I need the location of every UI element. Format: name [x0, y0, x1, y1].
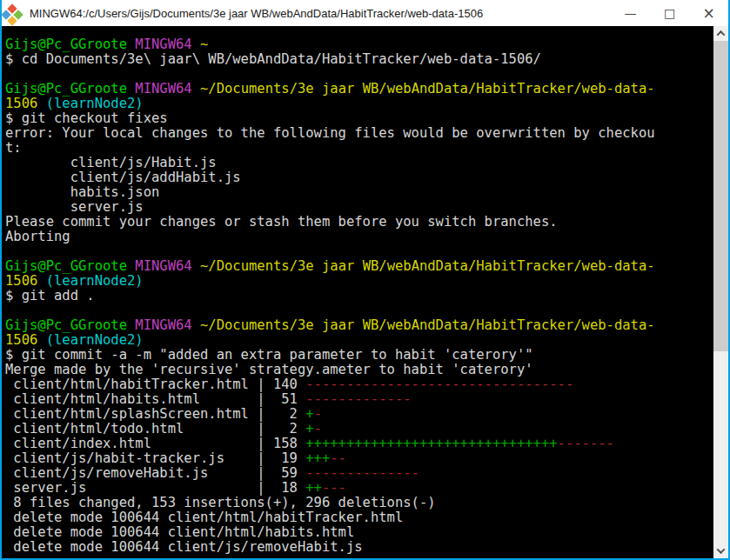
terminal-line: client/html/todo.html | 2 +- [5, 422, 713, 437]
terminal-window: MINGW64:/c/Users/Gijs/Documents/3e jaar … [0, 0, 730, 560]
chevron-up-icon [717, 30, 726, 39]
window-title: MINGW64:/c/Users/Gijs/Documents/3e jaar … [30, 7, 611, 20]
terminal-line: $ git checkout fixes [5, 111, 713, 126]
scroll-up-button[interactable] [713, 26, 728, 41]
terminal-line: delete mode 100644 client/js/removeHabit… [5, 540, 713, 555]
terminal-line [5, 303, 713, 318]
terminal-line [5, 244, 713, 259]
terminal-line: server.js | 18 ++--- [5, 481, 713, 496]
window-controls: — □ × [611, 0, 728, 26]
terminal-line: 1506 (learnNode2) [5, 333, 713, 348]
terminal-line: $ git commit -a -m "added an extra param… [5, 348, 713, 363]
terminal-line: client/html/splashScreen.html | 2 +- [5, 407, 713, 422]
terminal-line: Merge made by the 'recursive' strategy.a… [5, 363, 713, 377]
terminal-line: Gijs@Pc_GGroote MINGW64 ~ [5, 37, 713, 52]
terminal-line: $ git add . [5, 289, 713, 303]
terminal-line: client/index.html | 158 ++++++++++++++++… [5, 437, 713, 451]
terminal-output[interactable]: Gijs@Pc_GGroote MINGW64 ~$ cd Documents/… [2, 26, 713, 558]
terminal-line: server.js [5, 200, 713, 215]
scrollbar-thumb[interactable] [713, 41, 728, 351]
terminal-line: Please commit your changes or stash them… [5, 215, 713, 230]
terminal-line: client/html/habitTracker.html | 140 ----… [5, 377, 713, 392]
titlebar[interactable]: MINGW64:/c/Users/Gijs/Documents/3e jaar … [2, 0, 728, 26]
scrollbar[interactable] [713, 26, 728, 558]
terminal-line: Gijs@Pc_GGroote MINGW64 ~/Documents/3e j… [5, 318, 713, 333]
terminal-line: 1506 (learnNode2) [5, 274, 713, 289]
terminal-line [5, 67, 713, 82]
terminal-line: client/js/habit-tracker.js | 19 +++-- [5, 451, 713, 466]
terminal-line: t: [5, 141, 713, 156]
maximize-button[interactable]: □ [650, 0, 689, 26]
terminal-line: error: Your local changes to the followi… [5, 126, 713, 141]
terminal-line: client/js/addHabit.js [5, 170, 713, 185]
git-bash-app-icon [6, 4, 23, 22]
terminal-line: client/js/removeHabit.js | 59 ----------… [5, 466, 713, 481]
minimize-button[interactable]: — [611, 0, 650, 26]
scrollbar-track[interactable] [713, 41, 728, 543]
terminal-line: delete mode 100644 client/html/habits.ht… [5, 525, 713, 540]
terminal-line: 8 files changed, 153 insertions(+), 296 … [5, 496, 713, 510]
terminal-line: 1506 (learnNode2) [5, 97, 713, 111]
terminal-line: Gijs@Pc_GGroote MINGW64 ~/Documents/3e j… [5, 259, 713, 274]
terminal-line: habits.json [5, 185, 713, 200]
scroll-down-button[interactable] [713, 543, 728, 558]
chevron-down-icon [717, 545, 726, 554]
terminal-line: delete mode 100644 client/html/habitTrac… [5, 510, 713, 525]
terminal-body: Gijs@Pc_GGroote MINGW64 ~$ cd Documents/… [2, 26, 728, 558]
close-button[interactable]: × [689, 0, 728, 26]
terminal-line: Gijs@Pc_GGroote MINGW64 ~/Documents/3e j… [5, 82, 713, 97]
terminal-line: client/js/Habit.js [5, 156, 713, 170]
terminal-line: Aborting [5, 230, 713, 244]
terminal-line: $ cd Documents/3e\ jaar\ WB/webAndData/H… [5, 52, 713, 67]
terminal-line: client/html/habits.html | 51 -----------… [5, 392, 713, 407]
